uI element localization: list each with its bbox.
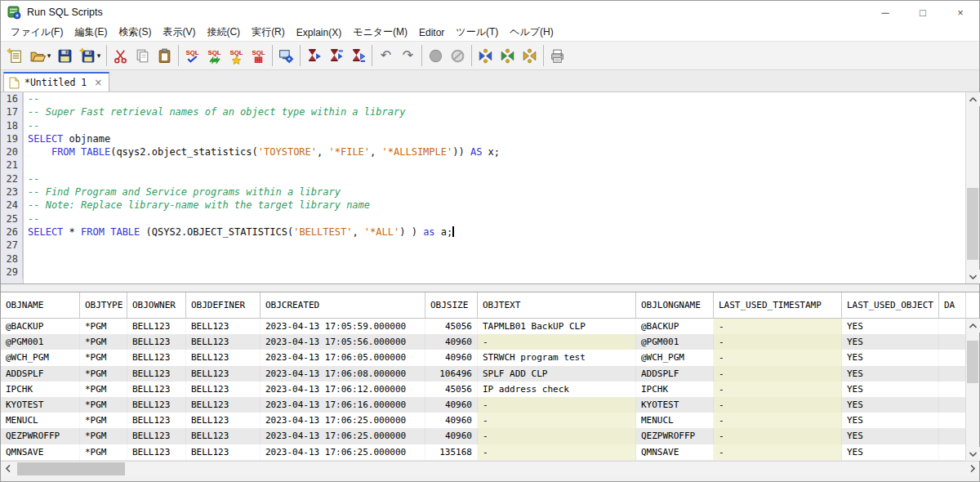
cell[interactable]: BELL123: [127, 444, 186, 460]
pane-splitter[interactable]: [1, 284, 979, 292]
close-button[interactable]: ×: [942, 1, 979, 24]
cell[interactable]: -: [478, 413, 636, 428]
cell[interactable]: @BACKUP: [636, 319, 714, 334]
cell[interactable]: @PGM001: [636, 334, 714, 350]
column-header-objtext[interactable]: OBJTEXT: [478, 292, 636, 318]
cell[interactable]: IPCHK: [636, 382, 714, 397]
result-row[interactable]: IPCHK*PGMBELL123BELL1232023-04-13 17:06:…: [1, 382, 965, 397]
cell[interactable]: QEZPWROFFP: [1, 428, 80, 444]
cell[interactable]: -: [714, 397, 842, 413]
cell[interactable]: 2023-04-13 17:06:12.000000: [261, 382, 425, 397]
cell[interactable]: -: [714, 413, 842, 428]
code-line[interactable]: 21: [1, 158, 965, 172]
column-header-last_used_timestamp[interactable]: LAST_USED_TIMESTAMP: [714, 292, 842, 318]
cell[interactable]: -: [714, 334, 842, 350]
cell[interactable]: *PGM: [80, 319, 127, 334]
cell[interactable]: 2023-04-13 17:06:25.000000: [261, 428, 425, 444]
menu-explain[interactable]: Explain(X): [291, 25, 347, 40]
column-header-last_used_object[interactable]: LAST_USED_OBJECT: [842, 292, 939, 318]
cell[interactable]: 40960: [425, 428, 478, 444]
sql-results-button[interactable]: SQL: [247, 45, 270, 67]
cell[interactable]: 2023-04-13 17:06:05.000000: [261, 350, 425, 365]
cell[interactable]: BELL123: [127, 397, 186, 413]
save-as-button[interactable]: ▾: [76, 45, 104, 67]
sql-editor[interactable]: 16--17-- Super Fast retrieval names of a…: [1, 92, 965, 283]
cell[interactable]: KYOTEST: [1, 397, 80, 413]
editor-scroll-thumb[interactable]: [967, 188, 978, 260]
code-line[interactable]: 24-- Note: Replace library-name with the…: [1, 199, 965, 212]
paste-button[interactable]: [154, 45, 176, 67]
cell[interactable]: 106496: [425, 366, 478, 382]
menu-help[interactable]: ヘルプ(H): [504, 24, 559, 41]
cell[interactable]: 2023-04-13 17:06:16.000000: [261, 397, 425, 413]
connection-gold-button[interactable]: [519, 45, 541, 67]
scroll-right-arrow[interactable]: [965, 462, 979, 475]
run-all-button[interactable]: [303, 45, 325, 67]
horizontal-scroll-thumb[interactable]: [17, 462, 125, 475]
cell[interactable]: *PGM: [80, 397, 127, 413]
cell[interactable]: 45056: [425, 382, 478, 397]
run-selected-button[interactable]: [347, 45, 369, 67]
scroll-up-arrow[interactable]: [966, 92, 980, 106]
cell[interactable]: 2023-04-13 17:06:25.000000: [261, 444, 425, 460]
results-scroll-thumb[interactable]: [967, 341, 978, 383]
result-row[interactable]: MENUCL*PGMBELL123BELL1232023-04-13 17:06…: [1, 413, 965, 428]
code-line[interactable]: 26SELECT * FROM TABLE (QSYS2.OBJECT_STAT…: [1, 225, 965, 239]
code-line[interactable]: 17-- Super Fast retrieval names of an ob…: [1, 105, 965, 118]
cell[interactable]: *PGM: [80, 334, 127, 350]
cell[interactable]: QMNSAVE: [1, 444, 80, 460]
cell[interactable]: YES: [842, 428, 939, 444]
cell[interactable]: ADDSPLF: [636, 366, 714, 382]
result-row[interactable]: KYOTEST*PGMBELL123BELL1232023-04-13 17:0…: [1, 397, 965, 413]
maximize-button[interactable]: □: [904, 1, 942, 24]
code-line[interactable]: 29: [1, 266, 965, 279]
cell[interactable]: *PGM: [80, 413, 127, 428]
cell[interactable]: BELL123: [127, 428, 186, 444]
result-row[interactable]: @WCH_PGM*PGMBELL123BELL1232023-04-13 17:…: [1, 350, 965, 365]
code-line[interactable]: 19SELECT objname: [1, 132, 965, 145]
column-header-objsize[interactable]: OBJSIZE: [425, 292, 478, 318]
interrupt-button[interactable]: [447, 45, 469, 67]
cell[interactable]: *PGM: [80, 444, 127, 460]
code-line[interactable]: 25--: [1, 212, 965, 225]
cell[interactable]: 40960: [425, 397, 478, 413]
cell[interactable]: YES: [842, 413, 939, 428]
cell[interactable]: [939, 334, 965, 350]
cell[interactable]: YES: [842, 334, 939, 350]
cell[interactable]: [939, 428, 965, 444]
column-header-objname[interactable]: OBJNAME: [1, 292, 80, 318]
cell[interactable]: 2023-04-13 17:06:08.000000: [261, 366, 425, 382]
cell[interactable]: BELL123: [186, 319, 261, 334]
column-header-da[interactable]: DA: [939, 292, 965, 318]
cell[interactable]: -: [478, 428, 636, 444]
cell[interactable]: QEZPWROFFP: [636, 428, 714, 444]
result-row[interactable]: @PGM001*PGMBELL123BELL1232023-04-13 17:0…: [1, 334, 965, 350]
sql-syntax-check-button[interactable]: SQL: [181, 45, 203, 67]
cell[interactable]: QMNSAVE: [636, 444, 714, 460]
menu-file[interactable]: ファイル(F): [5, 24, 69, 41]
cell[interactable]: -: [714, 319, 842, 334]
cell[interactable]: -: [478, 334, 636, 350]
cell[interactable]: BELL123: [127, 319, 186, 334]
cell[interactable]: BELL123: [186, 334, 261, 350]
code-line[interactable]: 18--: [1, 119, 965, 132]
cell[interactable]: BELL123: [186, 366, 261, 382]
copy-button[interactable]: [131, 45, 154, 67]
cell[interactable]: [939, 350, 965, 365]
cell[interactable]: 135168: [425, 444, 478, 460]
cell[interactable]: 45056: [425, 319, 478, 334]
result-row[interactable]: ADDSPLF*PGMBELL123BELL1232023-04-13 17:0…: [1, 366, 965, 382]
cell[interactable]: BELL123: [186, 397, 261, 413]
dropdown-caret-icon[interactable]: ▾: [97, 51, 101, 60]
code-line[interactable]: 20 FROM TABLE(qsys2.object_statistics('T…: [1, 145, 965, 158]
stop-button[interactable]: [425, 45, 447, 67]
code-line[interactable]: 23-- Find Program and Service programs w…: [1, 185, 965, 199]
cell[interactable]: [939, 319, 965, 334]
cell[interactable]: SPLF ADD CLP: [478, 366, 636, 382]
menu-view[interactable]: 表示(V): [157, 24, 201, 41]
cell[interactable]: -: [714, 350, 842, 365]
connection-green-button[interactable]: [497, 45, 519, 67]
tab-untitled-1[interactable]: *Untitled 1 ×: [3, 72, 109, 91]
cell[interactable]: @WCH_PGM: [1, 350, 80, 365]
horizontal-scroll-track[interactable]: [15, 462, 965, 476]
